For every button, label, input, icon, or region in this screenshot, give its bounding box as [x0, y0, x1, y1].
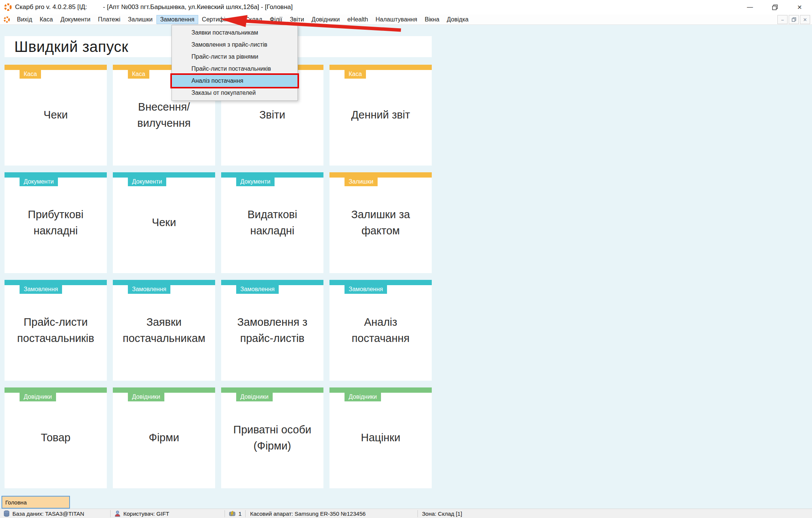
tile-firmy[interactable]: Довідники Фірми — [113, 387, 215, 488]
menu-item-ehealth[interactable]: eHealth — [343, 15, 372, 24]
window-title: Скарб pro v. 4.0.2.85 [ІД: - [Апт №003 п… — [15, 3, 293, 11]
status-zone-text: Зона: Склад [1] — [422, 510, 462, 517]
menu-item-vikna[interactable]: Вікна — [421, 15, 443, 24]
tile-dennyi-zvit[interactable]: Каса Денний звіт — [329, 65, 432, 166]
menu-item-kasa[interactable]: Каса — [36, 15, 57, 24]
quick-launch-grid: Каса Чеки Каса Внесення/вилучення Каса З… — [5, 65, 432, 488]
mdi-window-controls: – ✕ — [777, 15, 810, 24]
tile-tovar[interactable]: Довідники Товар — [5, 387, 107, 488]
tile-label: Денний звіт — [329, 65, 432, 166]
tile-label: Прибуткові накладні — [5, 172, 107, 273]
tile-label: Чеки — [5, 65, 107, 166]
tile-prybutkovi-nakladni[interactable]: Документи Прибуткові накладні — [5, 172, 107, 273]
status-separator — [417, 510, 418, 517]
tile-zamovlennya-z-price-lystiv[interactable]: Замовлення Замовлення з прайс-листів — [221, 280, 323, 381]
database-icon — [4, 510, 9, 517]
status-user-text: Користувач: GIFT — [123, 510, 169, 517]
tile-zalyshky-za-faktom[interactable]: Залишки Залишки за фактом — [329, 172, 432, 273]
tile-label: Приватні особи (Фірми) — [221, 387, 323, 488]
status-user: Користувач: GIFT — [115, 509, 169, 518]
tile-label: Чеки — [113, 172, 215, 273]
main-area: Швидкий запуск Каса Чеки Каса Внесення/в… — [0, 25, 812, 518]
dropdown-item-zayavky-postachalnykam[interactable]: Заявки постачальникам — [172, 27, 297, 39]
dropdown-item-price-lysty-za-rivnyamy[interactable]: Прайс-листи за рівнями — [172, 51, 297, 63]
mdi-minimize-button[interactable]: – — [777, 15, 788, 24]
tile-cheky-dokumenty[interactable]: Документи Чеки — [113, 172, 215, 273]
status-separator — [110, 510, 111, 517]
tile-label: Замовлення з прайс-листів — [221, 280, 323, 381]
zamovlennya-dropdown-menu: Заявки постачальникам Замовлення з прайс… — [172, 25, 298, 101]
dropdown-item-zamovlennya-z-price-lystiv[interactable]: Замовлення з прайс-листів — [172, 39, 297, 51]
status-database-text: База даних: TASA3@TITAN — [12, 510, 84, 517]
tile-label: Товар — [5, 387, 107, 488]
dropdown-item-zakazy-ot-pokupateley[interactable]: Заказы от покупателей — [172, 87, 297, 99]
status-database: База даних: TASA3@TITAN — [4, 509, 84, 518]
cash-register-icon — [229, 511, 235, 516]
page-title: Швидкий запуск — [14, 38, 128, 55]
menu-item-dokumenty[interactable]: Документи — [57, 15, 94, 24]
menu-item-dovidka[interactable]: Довідка — [443, 15, 472, 24]
tile-label: Прайс-листи постачальників — [5, 280, 107, 381]
tab-label: Головна — [5, 499, 27, 506]
tile-vydatkovi-nakladni[interactable]: Документи Видаткові накладні — [221, 172, 323, 273]
tile-cheky-kasa[interactable]: Каса Чеки — [5, 65, 107, 166]
menu-item-zalyshky[interactable]: Залишки — [124, 15, 156, 24]
status-zone: Зона: Склад [1] — [422, 509, 462, 518]
tile-analiz-postachannya[interactable]: Замовлення Аналіз постачання — [329, 280, 432, 381]
dropdown-item-analiz-postachannya[interactable]: Аналіз постачання — [172, 75, 297, 87]
menu-item-zvity[interactable]: Звіти — [286, 15, 308, 24]
status-cash-register-text: Касовий апарат: Samsung ER-350 №123456 — [250, 510, 366, 517]
tile-label: Фірми — [113, 387, 215, 488]
tab-holovna[interactable]: Головна — [2, 496, 70, 509]
tile-pryvatni-osoby[interactable]: Довідники Приватні особи (Фірми) — [221, 387, 323, 488]
app-logo-icon — [4, 3, 12, 11]
tile-price-lysty-postachalnykiv[interactable]: Замовлення Прайс-листи постачальників — [5, 280, 107, 381]
status-bar: База даних: TASA3@TITAN Користувач: GIFT… — [0, 509, 812, 518]
menu-items: Вихід Каса Документи Платежі Залишки Зам… — [13, 15, 472, 24]
app-logo-icon-small — [3, 16, 10, 23]
menu-item-platezhi[interactable]: Платежі — [94, 15, 124, 24]
menu-item-sklad[interactable]: Склад — [241, 15, 266, 24]
mdi-restore-button[interactable] — [789, 15, 799, 24]
tile-label: Видаткові накладні — [221, 172, 323, 273]
window-minimize-button[interactable]: — — [738, 0, 762, 14]
user-icon — [115, 510, 120, 517]
tile-natsinky[interactable]: Довідники Націнки — [329, 387, 432, 488]
mdi-restore-icon — [792, 17, 796, 22]
status-register-count-text: 1 — [238, 510, 241, 517]
status-separator — [225, 510, 225, 517]
menu-item-nalashtuvannya[interactable]: Налаштування — [372, 15, 421, 24]
menu-item-zamovlennya[interactable]: Замовлення — [156, 15, 198, 24]
menu-item-vyhid[interactable]: Вихід — [13, 15, 36, 24]
title-bar: Скарб pro v. 4.0.2.85 [ІД: - [Апт №003 п… — [0, 0, 812, 14]
tile-label: Заявки постачальникам — [113, 280, 215, 381]
tile-label: Аналіз постачання — [329, 280, 432, 381]
status-cash-register: Касовий апарат: Samsung ER-350 №123456 — [250, 509, 366, 518]
tile-label: Залишки за фактом — [329, 172, 432, 273]
tile-zayavky-postachalnykam[interactable]: Замовлення Заявки постачальникам — [113, 280, 215, 381]
mdi-close-button[interactable]: ✕ — [800, 15, 810, 24]
restore-icon — [772, 5, 778, 10]
menu-item-sertyfikaty[interactable]: Сертифікати — [198, 15, 241, 24]
menu-item-filii[interactable]: Філії — [266, 15, 286, 24]
menu-bar: Вихід Каса Документи Платежі Залишки Зам… — [0, 14, 812, 25]
dropdown-item-price-lysty-postachalnykiv[interactable]: Прайс-листи постачальників — [172, 63, 297, 75]
status-separator — [245, 510, 246, 517]
status-register-count: 1 — [229, 509, 241, 518]
menu-item-dovidnyky[interactable]: Довідники — [308, 15, 343, 24]
tile-label: Націнки — [329, 387, 432, 488]
window-close-button[interactable]: ✕ — [787, 0, 812, 14]
window-restore-button[interactable] — [762, 0, 787, 14]
